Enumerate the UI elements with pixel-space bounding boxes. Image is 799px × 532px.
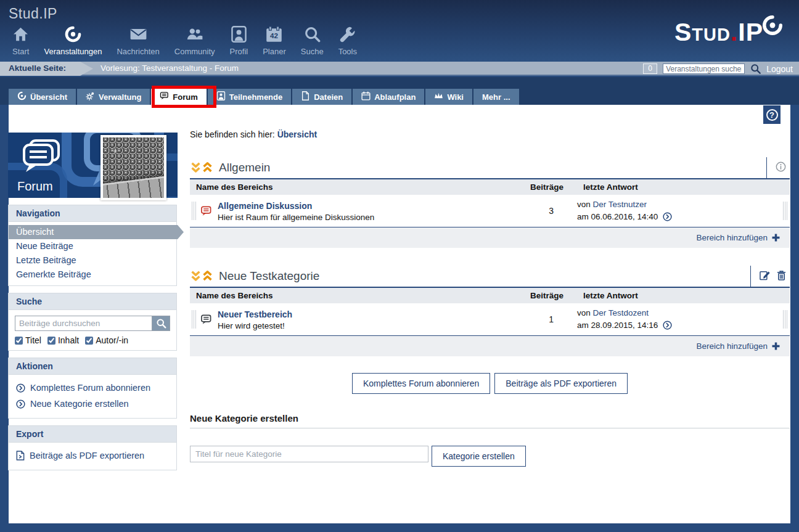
move-category-up-icon[interactable] bbox=[202, 162, 213, 174]
nav-item-nachrichten[interactable]: Nachrichten bbox=[109, 26, 166, 56]
schedule-calendar-icon bbox=[361, 91, 371, 102]
home-icon bbox=[12, 26, 29, 44]
table-row: Neuer Testbereich Hier wird getestet! 1 … bbox=[190, 303, 790, 336]
nav-item-planer[interactable]: 42 Planer bbox=[255, 26, 293, 56]
filter-titel[interactable]: Titel bbox=[15, 335, 41, 345]
add-area-link[interactable]: Bereich hinzufügen bbox=[696, 342, 768, 351]
logout-link[interactable]: Logout bbox=[766, 64, 793, 74]
seminar-spiral-icon bbox=[65, 26, 81, 44]
filter-inhalt[interactable]: Inhalt bbox=[47, 335, 79, 345]
export-pdf-link[interactable]: Beiträge als PDF exportieren bbox=[16, 448, 169, 464]
collapse-category-icon[interactable] bbox=[190, 162, 202, 174]
topic-bubble-icon-new bbox=[200, 206, 212, 216]
content-area: ? bbox=[9, 105, 790, 523]
nav-item-tools[interactable]: Tools bbox=[331, 26, 364, 56]
new-category-link[interactable]: Neue Kategorie erstellen bbox=[16, 396, 169, 412]
topic-bubble-icon bbox=[200, 314, 212, 325]
category-title: Neue Testkategorie bbox=[219, 269, 319, 283]
forum-bubbles-icon bbox=[20, 139, 61, 177]
tab-mehr[interactable]: Mehr ... bbox=[473, 89, 519, 105]
titel-checkbox[interactable] bbox=[15, 337, 23, 345]
course-tabstrip: Übersicht Verwaltung Forum Teilnehmende … bbox=[0, 77, 799, 105]
inhalt-checkbox[interactable] bbox=[47, 337, 55, 345]
breadcrumb-controls: 0 Logout bbox=[643, 62, 793, 76]
plus-icon[interactable] bbox=[772, 342, 780, 350]
main-column: Sie befinden sich hier: Übersicht Allgem… bbox=[190, 129, 790, 467]
main-navigation: Start Veranstaltungen Nachrichten Commun… bbox=[5, 26, 364, 56]
navigation-box: Navigation Übersicht Neue Beiträge Letzt… bbox=[8, 205, 177, 286]
info-icon[interactable] bbox=[776, 162, 786, 174]
pdf-export-icon bbox=[16, 451, 25, 460]
nav-item-community[interactable]: Community bbox=[167, 26, 223, 56]
help-button[interactable]: ? bbox=[763, 105, 781, 124]
actions-header: Aktionen bbox=[9, 358, 176, 375]
drag-handle[interactable] bbox=[192, 310, 197, 329]
tab-wiki[interactable]: Wiki bbox=[425, 89, 472, 105]
drag-handle[interactable] bbox=[783, 310, 788, 329]
table-header: Name des Bereichs Beiträge letzte Antwor… bbox=[190, 179, 790, 195]
tab-dateien[interactable]: Dateien bbox=[292, 89, 351, 105]
page-title: Vorlesung: Testveranstaltung - Forum bbox=[100, 63, 239, 73]
author-link[interactable]: Der Testnutzer bbox=[593, 200, 647, 209]
goto-post-icon[interactable] bbox=[663, 321, 672, 330]
plus-icon[interactable] bbox=[772, 234, 780, 242]
overview-spiral-icon bbox=[17, 91, 27, 102]
forum-search-input[interactable] bbox=[15, 316, 152, 331]
category-section-neue-testkategorie: Neue Testkategorie Name des Bereichs Bei… bbox=[190, 266, 790, 356]
drag-handle[interactable] bbox=[783, 202, 788, 220]
nav-item-start[interactable]: Start bbox=[5, 26, 36, 56]
search-header: Suche bbox=[9, 293, 176, 310]
gears-icon bbox=[86, 91, 95, 102]
top-header: Stud.IP Start Veranstaltungen Nachrichte… bbox=[0, 0, 799, 62]
files-icon bbox=[301, 91, 310, 102]
filter-autor[interactable]: Autor/-in bbox=[85, 335, 128, 345]
sidebar-item-gemerkte-beitraege[interactable]: Gemerkte Beiträge bbox=[9, 268, 176, 282]
goto-post-icon[interactable] bbox=[663, 212, 672, 221]
sidebar-item-neue-beitraege[interactable]: Neue Beiträge bbox=[9, 239, 176, 253]
last-answer-date: 06.06.2016, 14:40 bbox=[591, 212, 658, 221]
export-pdf-button[interactable]: Beiträge als PDF exportieren bbox=[494, 373, 628, 394]
posts-count: 1 bbox=[518, 314, 577, 324]
course-search-input[interactable] bbox=[663, 63, 745, 74]
table-footer: Bereich hinzufügen bbox=[190, 336, 790, 356]
location-uebersicht-link[interactable]: Übersicht bbox=[277, 129, 318, 139]
category-title: Allgemein bbox=[219, 161, 270, 174]
breadcrumb-label-segment: Aktuelle Seite: bbox=[0, 62, 94, 76]
new-category-title-input[interactable] bbox=[190, 446, 428, 462]
area-link[interactable]: Allgemeine Diskussion bbox=[218, 201, 312, 211]
studip-logo: Stud.IP bbox=[674, 20, 783, 45]
drag-handle[interactable] bbox=[192, 202, 197, 220]
subscribe-forum-button[interactable]: Komplettes Forum abonnieren bbox=[352, 373, 490, 394]
question-mark-icon: ? bbox=[766, 109, 778, 121]
tab-ablaufplan[interactable]: Ablaufplan bbox=[353, 89, 424, 105]
area-description: Hier wird getestet! bbox=[218, 321, 292, 330]
add-area-link[interactable]: Bereich hinzufügen bbox=[696, 233, 768, 242]
tab-teilnehmende[interactable]: Teilnehmende bbox=[208, 89, 291, 105]
collapse-category-icon[interactable] bbox=[190, 271, 202, 282]
logo-spiral-icon bbox=[762, 15, 783, 36]
nav-item-veranstaltungen[interactable]: Veranstaltungen bbox=[36, 26, 109, 56]
sidebar-item-uebersicht[interactable]: Übersicht bbox=[9, 225, 184, 239]
tab-verwaltung[interactable]: Verwaltung bbox=[77, 89, 150, 105]
autor-checkbox[interactable] bbox=[85, 337, 93, 345]
search-submit-icon[interactable] bbox=[750, 63, 761, 74]
nav-item-profil[interactable]: Profil bbox=[223, 26, 256, 56]
tab-uebersicht[interactable]: Übersicht bbox=[9, 89, 76, 105]
forum-actions: Komplettes Forum abonnieren Beiträge als… bbox=[190, 373, 790, 394]
community-icon bbox=[186, 26, 203, 44]
delete-category-icon[interactable] bbox=[777, 270, 786, 283]
forum-search-button[interactable] bbox=[152, 316, 170, 331]
nav-item-suche[interactable]: Suche bbox=[293, 26, 331, 56]
area-link[interactable]: Neuer Testbereich bbox=[218, 309, 292, 319]
edit-category-icon[interactable] bbox=[760, 270, 771, 283]
location-line: Sie befinden sich hier: Übersicht bbox=[190, 129, 790, 139]
tab-forum[interactable]: Forum bbox=[151, 89, 206, 105]
last-answer: von Der Testdozent am 28.09.2015, 14:16 bbox=[577, 307, 790, 332]
author-link[interactable]: Der Testdozent bbox=[593, 308, 649, 317]
category-section-allgemein: Allgemein Name des Bereichs Beiträge let… bbox=[190, 157, 790, 248]
move-category-up-icon[interactable] bbox=[202, 271, 213, 282]
create-category-button[interactable]: Kategorie erstellen bbox=[432, 446, 526, 467]
subscribe-forum-link[interactable]: Komplettes Forum abonnieren bbox=[16, 380, 169, 396]
studip-forum-page: Stud.IP Start Veranstaltungen Nachrichte… bbox=[0, 0, 799, 532]
sidebar-item-letzte-beitraege[interactable]: Letzte Beiträge bbox=[9, 253, 176, 268]
